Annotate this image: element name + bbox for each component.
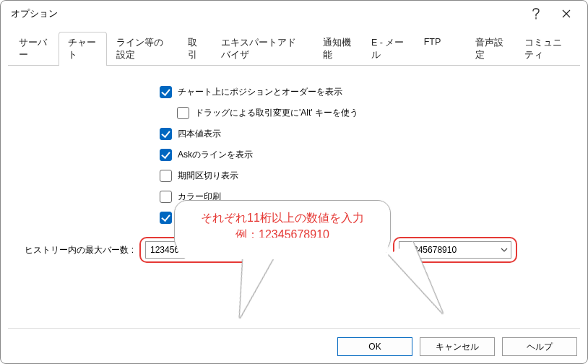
tab-trade[interactable]: 取引 [178,32,212,66]
checkbox-period-sep[interactable] [160,170,172,182]
checkbox-alt-drag[interactable] [177,107,189,119]
checkbox-ohlc-label: 四本値表示 [178,128,221,140]
tab-server[interactable]: サーバー [9,32,59,66]
tab-email[interactable]: E - メール [362,32,415,66]
tab-lines[interactable]: ライン等の設定 [107,32,178,66]
window-title: オプション [11,7,521,20]
close-icon [562,9,571,18]
checkbox-color-print[interactable] [160,191,172,203]
history-bars-label: ヒストリー内の最大バー数 : [21,244,134,256]
ok-button[interactable]: OK [337,337,412,356]
tab-community[interactable]: コミュニティ [515,32,579,66]
callout-tail-cover [177,238,388,259]
tab-ftp[interactable]: FTP [415,32,451,66]
chevron-down-icon [501,248,508,252]
tab-chart[interactable]: チャート [59,32,108,66]
checkbox-show-positions-label: チャート上にポジションとオーダーを表示 [178,86,342,98]
checkbox-ask-line-label: Askのラインを表示 [178,149,253,161]
checkbox-period-sep-label: 期間区切り表示 [178,170,238,182]
checkbox-ask-line[interactable] [160,149,172,161]
tab-bar: サーバー チャート ライン等の設定 取引 エキスパートアドバイザ 通知機能 E … [8,31,580,66]
tab-sound[interactable]: 音声設定 [466,32,515,66]
help-titlebar-button[interactable] [521,2,551,25]
cancel-button[interactable]: キャンセル [420,337,495,356]
checkbox-save-deleted[interactable] [160,212,172,224]
callout-tail-left [230,253,273,323]
help-button[interactable]: ヘルプ [502,337,577,356]
checkbox-ohlc[interactable] [160,128,172,140]
callout-line1: それぞれ11桁以上の数値を入力 [185,209,380,226]
tab-notify[interactable]: 通知機能 [314,32,363,66]
separator [8,328,580,329]
help-icon [532,8,540,20]
checkbox-show-positions[interactable] [160,86,172,98]
close-button[interactable] [551,2,581,25]
checkbox-alt-drag-label: ドラッグによる取引変更に'Alt' キーを使う [195,107,358,119]
tab-ea[interactable]: エキスパートアドバイザ [212,32,313,66]
